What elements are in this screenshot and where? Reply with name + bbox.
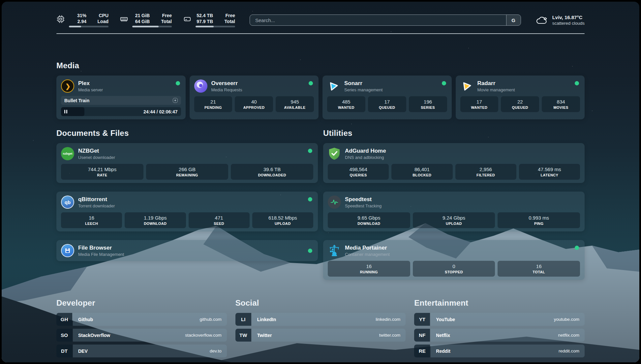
qbittorrent-icon: qb [61,196,74,209]
stat-value: 945 [291,99,299,105]
stat-label: BLOCKED [412,173,431,177]
speedtest-title: Speedtest [345,196,382,203]
bookmark-twitter[interactable]: TW Twitter twitter.com [235,329,406,342]
bookmark-linkedin[interactable]: LI LinkedIn linkedin.com [235,313,406,326]
top-bar: 31% CPU 2.94 Load [56,13,585,27]
stat-value: 39.6 TB [263,167,281,172]
overseerr-card[interactable]: Overseerr Media Requests 21 PENDING 40 A… [190,76,319,119]
filebrowser-icon [61,244,74,257]
cloud-icon [535,15,548,25]
adguard-icon [328,147,341,160]
stat-value: 17 [384,99,390,105]
bookmark-name: StackOverflow [78,333,110,338]
filebrowser-title: File Browser [78,245,124,251]
stat-value: 16 [536,263,542,269]
cpu-load-label: Load [91,19,108,24]
nzbget-card[interactable]: nzbget NZBGet Usenet downloader 744.21 M… [56,143,318,183]
bookmark-netflix[interactable]: NF Netflix netflix.com [414,329,585,342]
stat-value: 196 [424,99,432,105]
stat-value: 744.21 Mbps [88,167,116,172]
stat-label: LEECH [85,222,98,226]
stat-value: 22 [517,99,523,105]
nzbget-icon-text: nzbget [63,152,73,155]
plex-status-dot [176,81,180,85]
plex-card[interactable]: ❯ Plex Media server Bullet Train 24:44 /… [56,76,186,119]
pause-icon[interactable] [64,110,67,113]
bookmark-url: twitter.com [379,333,401,338]
sonarr-card[interactable]: Sonarr Series management 485 WANTED 17 Q… [322,76,452,119]
stat-box: 9.24 Gbps UPLOAD [413,212,495,228]
now-playing-icon[interactable] [173,98,178,103]
cpu-usage-label: CPU [91,13,108,18]
bookmark-youtube[interactable]: YT YouTube youtube.com [414,313,585,326]
stat-box: 485 WANTED [327,96,365,112]
bookmark-name: Netflix [436,333,450,338]
stat-box: 471 SEED [189,212,250,228]
search-input[interactable] [250,15,506,25]
social-bookmarks: Social LI LinkedIn linkedin.com TW Twitt… [235,298,406,357]
overseerr-status-dot [309,81,313,85]
memory-total-label: Total [154,19,172,24]
stat-box: 17 QUEUED [368,96,406,112]
stat-box: 16 TOTAL [498,261,580,277]
disk-icon [183,15,192,23]
section-heading-documents: Documents & Files [56,129,318,138]
stat-label: STOPPED [445,270,463,274]
stat-value: 47.569 ms [538,167,561,172]
overseerr-icon [194,79,207,93]
bookmark-name: LinkedIn [257,317,276,322]
stat-box: 618.52 Mbps UPLOAD [252,212,313,228]
disk-total-label: Total [218,19,235,24]
qbittorrent-title: qBittorrent [78,196,115,203]
qbittorrent-card[interactable]: qb qBittorrent Torrent downloader 16 [56,192,318,231]
bookmark-stackoverflow[interactable]: SO StackOverflow stackoverflow.com [56,329,227,342]
adguard-card[interactable]: AdGuard Home DNS and adblocking 498,564 … [323,143,585,183]
speedtest-card[interactable]: Speedtest Speedtest Tracking 9.65 Gbps D… [323,192,585,231]
bookmark-github[interactable]: GH Github github.com [56,313,227,326]
bookmark-abbr: SO [56,329,72,342]
search-provider-button[interactable]: G [506,15,521,25]
radarr-card[interactable]: Radarr Movie management 17 WANTED 22 QUE… [456,76,585,119]
cpu-progress-track [69,26,108,27]
plex-chevron-icon: ❯ [65,82,71,90]
stat-box: 0.993 ms PING [498,212,580,228]
stat-box: 196 SERIES [409,96,447,112]
radarr-icon [460,79,473,93]
bookmark-name: YouTube [436,317,455,322]
stat-box: 17 WANTED [460,96,499,112]
snow-particles [2,2,2,2]
stat-box: 47.569 ms LATENCY [519,164,580,180]
disk-free-value: 52.4 TB [196,13,213,18]
disk-progress-track [196,26,235,27]
stat-label: QUERIES [350,173,367,177]
cpu-load-value: 2.94 [69,19,86,24]
stat-label: APPROVED [243,106,265,109]
bookmark-abbr: GH [56,313,72,326]
stat-box: 22 QUEUED [501,96,539,112]
bookmark-name: Github [78,317,93,322]
memory-progress-fill [132,26,159,27]
bookmark-reddit[interactable]: RE Reddit reddit.com [414,345,585,357]
disk-total-value: 97.9 TB [196,19,213,24]
portainer-title: Media Portainer [345,245,390,251]
portainer-status-dot [575,246,579,250]
documents-column: Documents & Files nzbget NZBGet Usenet d… [56,129,318,280]
stat-box: 40 APPROVED [235,96,273,112]
section-heading-developer: Developer [56,298,227,308]
bookmark-url: netflix.com [558,333,579,338]
memory-total-value: 64 GiB [132,19,150,24]
bookmark-url: stackoverflow.com [185,333,221,338]
cpu-stat: 31% CPU 2.94 Load [56,13,108,27]
stat-box: 9.65 Gbps DOWNLOAD [328,212,410,228]
stat-value: 0 [452,263,455,269]
bookmark-name: Reddit [436,349,450,354]
plex-playback-time: 24:44 / 02:06:47 [143,109,181,114]
portainer-card[interactable]: Media Portainer Container management 16 … [323,240,585,280]
bookmark-dev[interactable]: DT DEV dev.to [56,345,227,357]
bookmark-abbr: DT [56,345,72,357]
nzbget-icon: nzbget [61,147,74,160]
stat-value: 266 GB [179,167,196,172]
disk-progress-fill [196,26,214,27]
stat-label: MOVIES [553,106,568,109]
filebrowser-card[interactable]: File Browser Media File Management [56,240,318,261]
